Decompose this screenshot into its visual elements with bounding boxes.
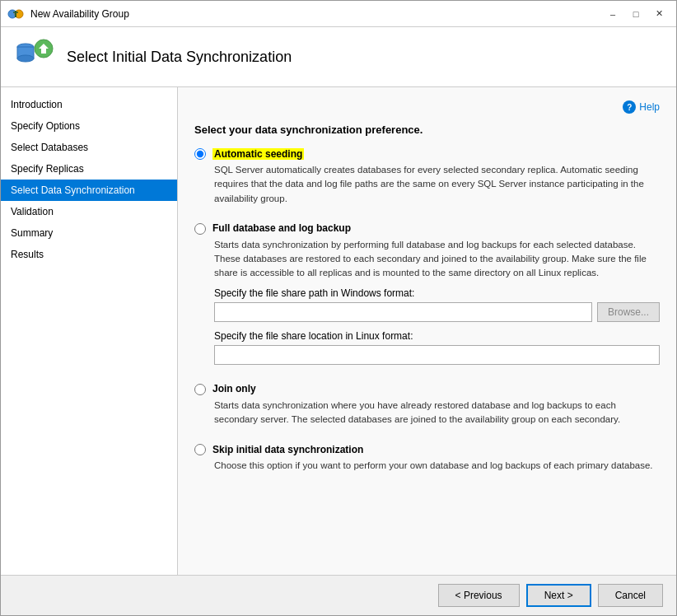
window-controls: – □ ✕ [602, 6, 670, 22]
sidebar-item-specify-replicas[interactable]: Specify Replicas [1, 158, 177, 180]
option-join-only-header: Join only [194, 383, 660, 395]
radio-automatic-seeding[interactable] [194, 148, 206, 160]
file-share-windows-row: Browse... [214, 302, 660, 322]
option-full-backup-desc: Starts data synchronization by performin… [214, 238, 660, 281]
sidebar-item-specify-options[interactable]: Specify Options [1, 115, 177, 137]
file-share-linux-row [214, 345, 660, 365]
svg-point-4 [17, 55, 34, 62]
radio-join-only[interactable] [194, 384, 206, 395]
sidebar: Introduction Specify Options Select Data… [1, 87, 178, 575]
help-icon: ? [623, 100, 636, 114]
section-prompt: Select your data synchronization prefere… [194, 124, 660, 136]
page-title: Select Initial Data Synchronization [67, 49, 292, 66]
file-share-windows-section: Specify the file share path in Windows f… [214, 287, 660, 322]
sidebar-item-validation[interactable]: Validation [1, 201, 177, 222]
option-join-only: Join only Starts data synchronization wh… [194, 383, 660, 434]
radio-full-backup[interactable] [194, 223, 206, 235]
option-join-only-label: Join only [212, 383, 256, 394]
file-share-linux-input[interactable] [214, 345, 660, 365]
option-automatic-seeding-header: Automatic seeding [194, 147, 660, 160]
sidebar-item-results[interactable]: Results [1, 244, 177, 265]
option-join-only-desc: Starts data synchronization where you ha… [214, 399, 660, 427]
option-full-backup-label: Full database and log backup [212, 222, 351, 234]
help-section: ? Help [194, 100, 660, 114]
radio-skip-sync[interactable] [194, 444, 206, 455]
previous-button[interactable]: < Previous [438, 584, 520, 607]
sidebar-item-select-databases[interactable]: Select Databases [1, 137, 177, 158]
main-window: New Availability Group – □ ✕ Select Init… [0, 0, 677, 616]
file-share-windows-label: Specify the file share path in Windows f… [214, 287, 660, 299]
option-skip-sync-label: Skip initial data synchronization [212, 444, 363, 455]
content-area: ? Help Select your data synchronization … [178, 87, 676, 575]
footer: < Previous Next > Cancel [1, 575, 676, 615]
minimize-button[interactable]: – [602, 6, 623, 22]
maximize-button[interactable]: □ [625, 6, 647, 22]
window-title: New Availability Group [30, 8, 602, 20]
option-full-backup: Full database and log backup Starts data… [194, 222, 660, 373]
next-button[interactable]: Next > [526, 584, 591, 607]
header-icon [14, 37, 54, 77]
option-skip-sync-header: Skip initial data synchronization [194, 443, 660, 455]
option-automatic-seeding-label: Automatic seeding [212, 148, 304, 160]
file-share-windows-input[interactable] [214, 302, 592, 322]
cancel-button[interactable]: Cancel [598, 584, 663, 607]
sidebar-item-introduction[interactable]: Introduction [1, 94, 177, 115]
browse-windows-button[interactable]: Browse... [597, 302, 660, 322]
sidebar-item-summary[interactable]: Summary [1, 222, 177, 244]
option-skip-sync: Skip initial data synchronization Choose… [194, 443, 660, 479]
app-icon [7, 6, 24, 22]
help-button[interactable]: ? Help [623, 100, 660, 114]
main-content: Introduction Specify Options Select Data… [1, 87, 676, 575]
close-button[interactable]: ✕ [648, 6, 670, 22]
file-share-linux-label: Specify the file share location in Linux… [214, 330, 660, 342]
option-automatic-seeding: Automatic seeding SQL Server automatical… [194, 147, 660, 212]
title-bar: New Availability Group – □ ✕ [1, 1, 676, 27]
sidebar-item-select-data-sync[interactable]: Select Data Synchronization [1, 180, 177, 201]
option-automatic-seeding-desc: SQL Server automatically creates databas… [214, 163, 660, 206]
file-share-linux-section: Specify the file share location in Linux… [214, 330, 660, 365]
page-header: Select Initial Data Synchronization [1, 27, 676, 87]
option-skip-sync-desc: Choose this option if you want to perfor… [214, 459, 660, 473]
option-full-backup-header: Full database and log backup [194, 222, 660, 235]
